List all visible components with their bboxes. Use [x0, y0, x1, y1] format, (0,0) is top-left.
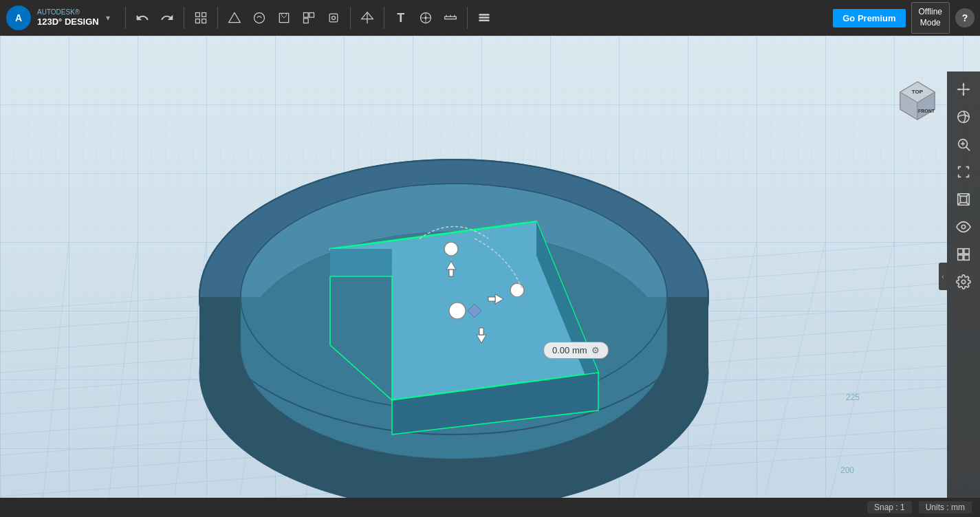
- svg-marker-87: [962, 94, 965, 96]
- svg-rect-19: [444, 16, 456, 19]
- svg-point-12: [331, 16, 335, 20]
- svg-text:A: A: [15, 12, 22, 23]
- group-tool-button[interactable]: [323, 7, 345, 29]
- divider-5: [384, 7, 384, 29]
- svg-rect-70: [449, 270, 453, 276]
- zoom-button[interactable]: [951, 132, 976, 157]
- svg-marker-89: [968, 88, 970, 91]
- logo-text: AUTODESK® 123D° DESIGN: [37, 8, 99, 28]
- svg-point-68: [449, 302, 466, 319]
- status-bar: Snap : 1 Units : mm: [0, 498, 980, 517]
- measurement-popup: 0.00 mm ⚙: [543, 342, 609, 359]
- svg-marker-6: [228, 13, 240, 23]
- modify-tool-button[interactable]: [273, 7, 295, 29]
- svg-rect-103: [964, 249, 969, 254]
- brand-name: AUTODESK®: [37, 8, 99, 16]
- svg-rect-5: [202, 19, 206, 23]
- undo-button[interactable]: [131, 7, 153, 29]
- ruler-tool-button[interactable]: [356, 7, 378, 29]
- offline-mode-button[interactable]: Offline Mode: [911, 2, 950, 33]
- divider-4: [350, 7, 351, 29]
- svg-rect-24: [479, 16, 489, 19]
- logo-dropdown-arrow[interactable]: ▾: [106, 13, 110, 23]
- orbit-button[interactable]: [951, 104, 976, 129]
- panel-collapse-tab[interactable]: ‹: [939, 263, 947, 290]
- snap-status: Snap : 1: [867, 501, 912, 514]
- divider-1: [125, 7, 126, 29]
- transform-tool-button[interactable]: [190, 7, 212, 29]
- svg-rect-4: [195, 19, 199, 23]
- svg-rect-74: [479, 328, 483, 335]
- toolbar: A AUTODESK® 123D° DESIGN ▾ T: [0, 0, 980, 36]
- svg-marker-86: [962, 83, 965, 86]
- help-button[interactable]: ?: [955, 8, 974, 28]
- svg-text:FRONT: FRONT: [918, 109, 935, 113]
- svg-text:225: 225: [846, 393, 860, 402]
- svg-rect-10: [303, 19, 308, 23]
- divider-6: [467, 7, 468, 29]
- svg-rect-96: [960, 196, 966, 202]
- measurement-value: 0.00 mm: [552, 345, 587, 355]
- pattern-tool-button[interactable]: [298, 7, 320, 29]
- svg-point-7: [254, 13, 264, 23]
- divider-2: [184, 7, 184, 29]
- sketch-tool-button[interactable]: [248, 7, 270, 29]
- svg-rect-102: [958, 249, 963, 254]
- fit-button[interactable]: [951, 160, 976, 184]
- measure-tool-button[interactable]: [439, 7, 461, 29]
- right-buttons: Go Premium Offline Mode ?: [833, 2, 974, 33]
- logo-area: A AUTODESK® 123D° DESIGN ▾: [6, 5, 110, 31]
- layers-tool-button[interactable]: [473, 7, 495, 29]
- svg-point-66: [444, 242, 458, 256]
- svg-rect-25: [479, 20, 489, 22]
- autodesk-logo-icon: A: [6, 5, 32, 31]
- go-premium-button[interactable]: Go Premium: [833, 9, 905, 28]
- viewport[interactable]: 225 200 0.00 mm ⚙ TOP FRONT: [0, 36, 980, 517]
- svg-rect-3: [202, 13, 206, 17]
- primitives-tool-button[interactable]: [224, 7, 246, 29]
- svg-text:TOP: TOP: [912, 89, 924, 95]
- svg-point-67: [510, 283, 524, 297]
- svg-rect-104: [958, 255, 963, 260]
- svg-marker-88: [957, 88, 960, 91]
- svg-point-90: [958, 111, 970, 123]
- scene-settings-button[interactable]: [951, 270, 976, 294]
- units-status: Units : mm: [919, 501, 972, 514]
- svg-point-106: [961, 280, 966, 284]
- svg-rect-11: [329, 14, 338, 22]
- svg-line-92: [966, 147, 970, 151]
- measurement-settings-icon[interactable]: ⚙: [591, 345, 600, 355]
- svg-rect-8: [303, 13, 308, 18]
- pan-button[interactable]: [951, 77, 976, 102]
- svg-rect-105: [964, 255, 969, 260]
- redo-button[interactable]: [156, 7, 178, 29]
- grid-canvas: 225 200: [0, 36, 980, 517]
- perspective-button[interactable]: [951, 187, 976, 212]
- svg-rect-2: [195, 13, 199, 17]
- product-name: 123D° DESIGN: [37, 16, 99, 28]
- svg-rect-9: [309, 13, 314, 18]
- snap-tool-button[interactable]: [415, 7, 437, 29]
- text-tool-button[interactable]: T: [390, 7, 412, 29]
- view-cube[interactable]: TOP FRONT: [893, 78, 941, 126]
- render-button[interactable]: [951, 242, 976, 267]
- svg-rect-23: [479, 14, 489, 16]
- divider-3: [217, 7, 218, 29]
- svg-rect-72: [488, 297, 495, 301]
- visibility-button[interactable]: [951, 214, 976, 239]
- right-panel: [947, 72, 980, 517]
- svg-point-101: [961, 225, 966, 229]
- svg-text:200: 200: [840, 465, 854, 475]
